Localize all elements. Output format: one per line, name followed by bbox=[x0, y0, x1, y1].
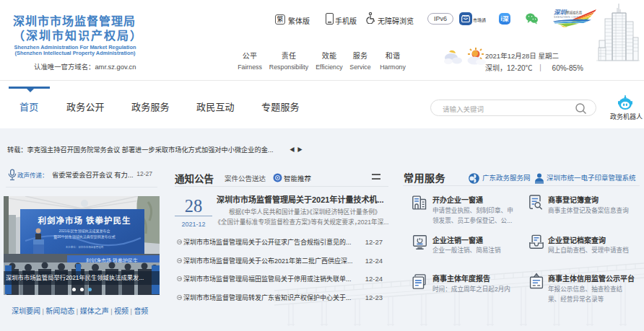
svg-text:利剑净市场 铁拳护民生: 利剑净市场 铁拳护民生 bbox=[37, 216, 131, 225]
svg-text:深圳: 深圳 bbox=[554, 9, 567, 16]
svg-text:暨20个民生领域执法典型案例发布仪式: 暨20个民生领域执法典型案例发布仪式 bbox=[53, 234, 116, 239]
svg-text:鹏城福名胜: 鹏城福名胜 bbox=[566, 10, 583, 15]
svg-text:2021年民生领域执法成果发布会: 2021年民生领域执法成果发布会 bbox=[58, 229, 110, 234]
svg-text:主办单位：深圳市市场监督管理局: 主办单位：深圳市市场监督管理局 bbox=[66, 245, 104, 249]
